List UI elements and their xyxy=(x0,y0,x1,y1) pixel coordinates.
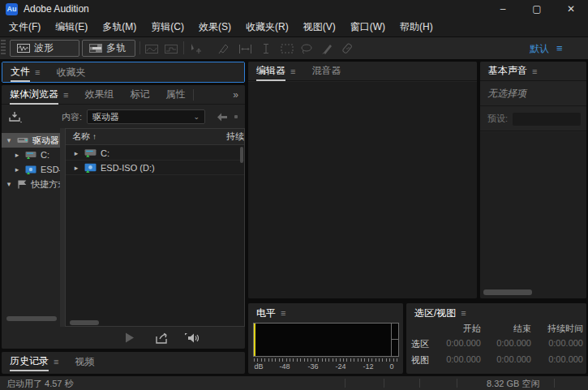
time-selection-tool-icon[interactable] xyxy=(237,41,253,56)
move-tool-icon[interactable] xyxy=(188,41,204,56)
multitrack-view-button[interactable]: 多轨 xyxy=(82,40,135,57)
tab-mixer[interactable]: 混音器 xyxy=(303,62,349,80)
column-header-end: 结束 xyxy=(484,323,534,335)
speaker-icon[interactable] xyxy=(184,332,199,344)
content-dropdown[interactable]: 驱动器 ⌄ xyxy=(87,109,205,124)
menu-item-help[interactable]: 帮助(H) xyxy=(393,18,440,36)
selection-duration-value[interactable]: 0:00.000 xyxy=(534,338,586,350)
tab-history[interactable]: 历史记录 ≡ xyxy=(2,352,67,371)
tab-selection-view[interactable]: 选区/视图 ≡ xyxy=(406,303,474,323)
panel-menu-icon[interactable]: ≡ xyxy=(532,66,537,76)
maximize-button[interactable]: ▢ xyxy=(520,0,554,18)
editor-panel: 编辑器 ≡ 混音器 xyxy=(248,62,477,298)
column-header-duration[interactable]: 持续时间 xyxy=(226,131,245,143)
chevron-collapsed-icon[interactable]: ▸ xyxy=(72,149,80,157)
menu-item-window[interactable]: 窗口(W) xyxy=(343,18,393,36)
file-list-row-d[interactable]: ▸ ESD-ISO (D:) xyxy=(66,161,244,175)
menu-item-file[interactable]: 文件(F) xyxy=(2,18,48,36)
window-title: Adobe Audition xyxy=(24,3,89,15)
tree-item-shortcuts[interactable]: ▾ 快捷方式 xyxy=(2,177,60,191)
menu-item-clip[interactable]: 剪辑(C) xyxy=(144,18,191,36)
minimize-button[interactable]: – xyxy=(486,0,520,18)
tab-editor[interactable]: 编辑器 ≡ xyxy=(248,62,303,80)
chevron-collapsed-icon[interactable]: ▸ xyxy=(13,165,21,174)
tab-history-label: 历史记录 xyxy=(10,352,49,371)
import-file-icon[interactable] xyxy=(8,111,23,123)
spectral-pitch-display-icon[interactable] xyxy=(163,41,179,56)
tab-video[interactable]: 视频 xyxy=(67,352,102,371)
panel-menu-icon[interactable]: ≡ xyxy=(290,66,295,76)
forward-arrow-icon[interactable] xyxy=(234,115,238,118)
statusbar-separator xyxy=(457,379,457,388)
tree-item-label: C: xyxy=(41,150,49,160)
preset-field[interactable] xyxy=(513,113,581,126)
spectral-frequency-display-icon[interactable] xyxy=(144,41,160,56)
tab-effects-rack[interactable]: 效果组 xyxy=(76,85,122,104)
tree-item-drives[interactable]: ▾ 驱动器 xyxy=(2,133,60,148)
spot-healing-brush-tool-icon[interactable] xyxy=(339,41,355,56)
level-meter[interactable] xyxy=(253,323,399,357)
play-button-icon[interactable] xyxy=(125,332,135,343)
tree-item-d-drive[interactable]: ▸ ESD-ISO (D:) xyxy=(2,162,60,177)
chevron-expanded-icon[interactable]: ▾ xyxy=(5,136,13,144)
more-tabs-button[interactable]: » xyxy=(226,85,245,104)
tab-levels[interactable]: 电平 ≡ xyxy=(248,303,294,323)
drag-import-icon[interactable] xyxy=(156,332,170,344)
close-button[interactable]: ✕ xyxy=(554,0,588,18)
panel-menu-icon[interactable]: ≡ xyxy=(63,90,68,100)
column-header-start: 开始 xyxy=(436,323,484,335)
editor-content[interactable] xyxy=(248,82,477,298)
tab-separator xyxy=(193,89,194,101)
toolbar-grip[interactable] xyxy=(1,40,6,56)
paintbrush-tool-icon[interactable] xyxy=(320,41,336,56)
panel-menu-icon[interactable]: ≡ xyxy=(35,67,40,77)
tab-files[interactable]: 文件 ≡ xyxy=(2,62,48,82)
workspace-selector[interactable]: 默认 xyxy=(530,42,549,56)
back-arrow-icon[interactable] xyxy=(217,113,228,122)
scale-label: -12 xyxy=(363,362,373,371)
chevron-collapsed-icon[interactable]: ▸ xyxy=(72,164,80,172)
file-list-row-c[interactable]: ▸ C: xyxy=(66,146,244,161)
razor-tool-icon[interactable] xyxy=(216,41,232,56)
tab-media-browser[interactable]: 媒体浏览器 ≡ xyxy=(2,85,76,104)
tab-favorites-label: 收藏夹 xyxy=(56,66,85,79)
tab-essential-sound[interactable]: 基本声音 ≡ xyxy=(480,62,545,80)
view-start-value[interactable]: 0:00.000 xyxy=(436,354,484,366)
lasso-selection-tool-icon[interactable] xyxy=(298,41,315,56)
level-meter-zero-line xyxy=(391,324,392,356)
selection-start-value[interactable]: 0:00.000 xyxy=(436,338,484,350)
tab-effects-rack-label: 效果组 xyxy=(84,88,114,101)
list-horizontal-scrollbar[interactable] xyxy=(70,320,99,325)
view-duration-value[interactable]: 0:00.000 xyxy=(534,354,586,366)
tree-horizontal-scrollbar[interactable] xyxy=(6,316,57,321)
tab-essential-sound-label: 基本声音 xyxy=(488,64,527,78)
menu-item-edit[interactable]: 编辑(E) xyxy=(48,18,95,36)
panel-menu-icon[interactable]: ≡ xyxy=(461,308,466,318)
menu-item-effects[interactable]: 效果(S) xyxy=(191,18,238,36)
column-header-duration: 持续时间 xyxy=(534,323,586,335)
chevron-down-icon: ⌄ xyxy=(194,113,200,121)
menu-item-multitrack[interactable]: 多轨(M) xyxy=(95,18,144,36)
selection-end-value[interactable]: 0:00.000 xyxy=(484,338,534,350)
column-header-name[interactable]: 名称 xyxy=(72,131,90,143)
tab-properties-label: 属性 xyxy=(165,88,185,101)
drives-icon xyxy=(17,136,28,144)
marquee-selection-tool-icon[interactable] xyxy=(279,41,295,56)
statusbar-startup-message: 启动用了 4.57 秒 xyxy=(6,378,74,390)
tree-item-c-drive[interactable]: ▸ C: xyxy=(2,148,60,162)
panel-menu-icon[interactable]: ≡ xyxy=(54,357,58,366)
view-end-value[interactable]: 0:00.000 xyxy=(484,354,534,366)
workspace-menu-icon[interactable]: ≡ xyxy=(556,42,563,54)
ibeam-tool-icon[interactable] xyxy=(258,41,274,56)
tab-properties[interactable]: 属性 xyxy=(157,85,193,104)
tab-favorites[interactable]: 收藏夹 xyxy=(48,62,93,82)
menu-item-favorites[interactable]: 收藏夹(R) xyxy=(238,18,296,36)
list-vertical-scrollbar[interactable] xyxy=(240,147,243,163)
panel-menu-icon[interactable]: ≡ xyxy=(281,308,285,318)
menu-item-view[interactable]: 视图(V) xyxy=(296,18,343,36)
chevron-collapsed-icon[interactable]: ▸ xyxy=(13,151,21,159)
essential-sound-horizontal-scrollbar[interactable] xyxy=(483,289,532,295)
chevron-expanded-icon[interactable]: ▾ xyxy=(5,180,13,188)
tab-markers[interactable]: 标记 xyxy=(122,85,157,104)
waveform-view-button[interactable]: 波形 xyxy=(10,40,79,57)
